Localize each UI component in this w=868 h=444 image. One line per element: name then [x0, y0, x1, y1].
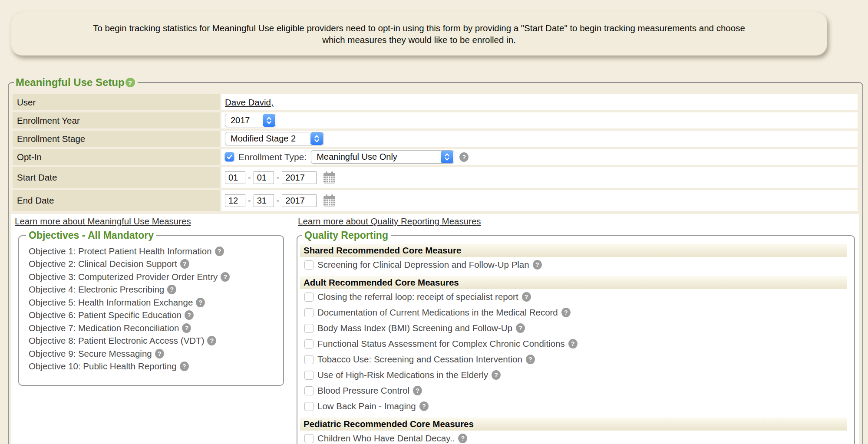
help-icon[interactable]: ? [533, 260, 542, 270]
measure-label: Functional Status Assessment for Complex… [317, 339, 565, 349]
enrollment-stage-select[interactable]: Modified Stage 2 [225, 132, 324, 145]
objective-label: Objective 5: Health Information Exchange [29, 297, 193, 308]
measure-label: Screening for Clinical Depression and Fo… [317, 260, 529, 270]
setup-help-icon[interactable]: ? [125, 78, 135, 87]
help-icon[interactable]: ? [413, 386, 422, 395]
help-icon[interactable]: ? [167, 285, 176, 294]
objective-label: Objective 10: Public Health Reporting [29, 361, 177, 372]
measure-checkbox[interactable] [304, 371, 314, 380]
instruction-banner: To begin tracking statistics for Meaning… [11, 12, 827, 56]
measure-checkbox[interactable] [304, 339, 314, 349]
start-month-input[interactable] [225, 171, 245, 184]
table-row: Opt-In Enrollment Type: Meaningful Use O… [13, 149, 858, 165]
setup-title: Meaningful Use Setup [16, 76, 125, 89]
start-date-label: Start Date [13, 167, 220, 188]
section-header: Pediatric Recommended Core Measures [300, 418, 847, 431]
measure-item: Body Mass Index (BMI) Screening and Foll… [304, 320, 847, 336]
enrollment-type-help-icon[interactable]: ? [459, 152, 469, 162]
calendar-icon[interactable] [323, 171, 335, 184]
measure-checkbox[interactable] [304, 402, 314, 411]
measure-item: Low Back Pain - Imaging? [304, 398, 847, 414]
start-year-input[interactable] [282, 171, 317, 184]
measure-item: Children Who Have Dental Decay..? [304, 431, 847, 444]
date-separator: - [248, 196, 251, 206]
table-row: Enrollment Year 2017 [13, 112, 858, 128]
measure-checkbox[interactable] [304, 293, 314, 302]
help-icon[interactable]: ? [568, 339, 578, 349]
meaningful-use-setup-fieldset: Meaningful Use Setup? User Dave David, E… [8, 76, 863, 444]
objective-item: Objective 6: Patient Specific Education? [29, 309, 278, 322]
enrollment-type-value: Meaningful Use Only [311, 152, 403, 162]
help-icon[interactable]: ? [180, 259, 189, 269]
start-day-input[interactable] [254, 171, 274, 184]
help-icon[interactable]: ? [561, 308, 571, 317]
measure-label: Body Mass Index (BMI) Screening and Foll… [317, 323, 512, 333]
calendar-icon[interactable] [323, 194, 335, 207]
enrollment-year-select[interactable]: 2017 [225, 114, 276, 127]
end-year-input[interactable] [282, 194, 317, 207]
help-icon[interactable]: ? [185, 310, 194, 320]
help-icon[interactable]: ? [522, 292, 531, 302]
help-icon[interactable]: ? [221, 272, 230, 282]
section-header: Shared Recommended Core Measure [300, 244, 847, 257]
measure-item: Documentation of Current Medications in … [304, 305, 847, 320]
help-icon[interactable]: ? [155, 349, 164, 358]
end-day-input[interactable] [254, 194, 274, 207]
measure-label: Use of High-Risk Medications in the Elde… [317, 370, 488, 380]
objective-item: Objective 8: Patient Electronic Access (… [29, 335, 278, 348]
enrollment-year-value: 2017 [225, 115, 255, 125]
objective-item: Objective 9: Secure Messaging? [29, 347, 278, 360]
help-icon[interactable]: ? [458, 434, 467, 443]
objectives-title: Objectives - All Mandatory [26, 230, 156, 241]
date-separator: - [277, 173, 280, 183]
measure-checkbox[interactable] [304, 386, 314, 395]
objective-item: Objective 2: Clinical Decision Support? [29, 258, 278, 271]
objective-label: Objective 7: Medication Reconciliation [29, 323, 179, 333]
quality-sections: Shared Recommended Core MeasureScreening… [300, 244, 847, 444]
user-link[interactable]: Dave David, [225, 97, 274, 107]
learn-more-qr-link[interactable]: Learn more about Quality Reporting Measu… [298, 216, 481, 227]
quality-reporting-title: Quality Reporting [302, 230, 391, 241]
measure-checkbox[interactable] [304, 260, 314, 270]
help-icon[interactable]: ? [182, 323, 191, 333]
help-icon[interactable]: ? [526, 355, 535, 364]
measure-label: Blood Pressure Control [317, 385, 409, 396]
objective-item: Objective 1: Protect Patient Health Info… [29, 245, 278, 258]
instruction-line-1: To begin tracking statistics for Meaning… [93, 22, 745, 34]
table-row: Enrollment Stage Modified Stage 2 [13, 131, 858, 147]
help-icon[interactable]: ? [180, 362, 189, 371]
objective-label: Objective 4: Electronic Prescribing [29, 284, 164, 295]
measure-checkbox[interactable] [304, 355, 314, 364]
setup-table: User Dave David, Enrollment Year 2017 En… [11, 92, 859, 213]
end-month-input[interactable] [225, 194, 245, 207]
objective-label: Objective 8: Patient Electronic Access (… [29, 335, 204, 346]
help-icon[interactable]: ? [196, 298, 205, 307]
user-label: User [13, 94, 220, 110]
help-icon[interactable]: ? [215, 247, 224, 256]
help-icon[interactable]: ? [492, 370, 501, 380]
measure-label: Tobacco Use: Screening and Cessation Int… [317, 354, 522, 365]
instruction-line-2: which measures they would like to be enr… [322, 34, 516, 46]
measure-checkbox[interactable] [304, 324, 314, 333]
help-icon[interactable]: ? [419, 401, 429, 411]
objective-item: Objective 4: Electronic Prescribing? [29, 283, 278, 296]
select-updown-chevron-icon [263, 114, 275, 127]
learn-more-mu-link[interactable]: Learn more about Meaningful Use Measures [15, 216, 191, 227]
objectives-fieldset: Objectives - All Mandatory Objective 1: … [18, 230, 284, 386]
measure-label: Documentation of Current Medications in … [317, 307, 558, 318]
help-icon[interactable]: ? [207, 336, 216, 345]
objective-item: Objective 3: Computerized Provider Order… [29, 270, 278, 283]
objective-label: Objective 3: Computerized Provider Order… [29, 272, 218, 282]
measure-item: Blood Pressure Control? [304, 383, 847, 398]
enrollment-type-select[interactable]: Meaningful Use Only [311, 150, 454, 164]
objective-label: Objective 6: Patient Specific Education [29, 310, 182, 320]
end-date-label: End Date [13, 190, 220, 211]
opt-in-checkbox[interactable] [225, 152, 234, 161]
objective-label: Objective 1: Protect Patient Health Info… [29, 246, 212, 257]
check-icon [226, 154, 233, 160]
help-icon[interactable]: ? [516, 323, 525, 333]
enrollment-stage-label: Enrollment Stage [13, 131, 220, 147]
select-updown-chevron-icon [310, 132, 323, 145]
measure-checkbox[interactable] [304, 308, 314, 317]
measure-checkbox[interactable] [304, 434, 314, 443]
